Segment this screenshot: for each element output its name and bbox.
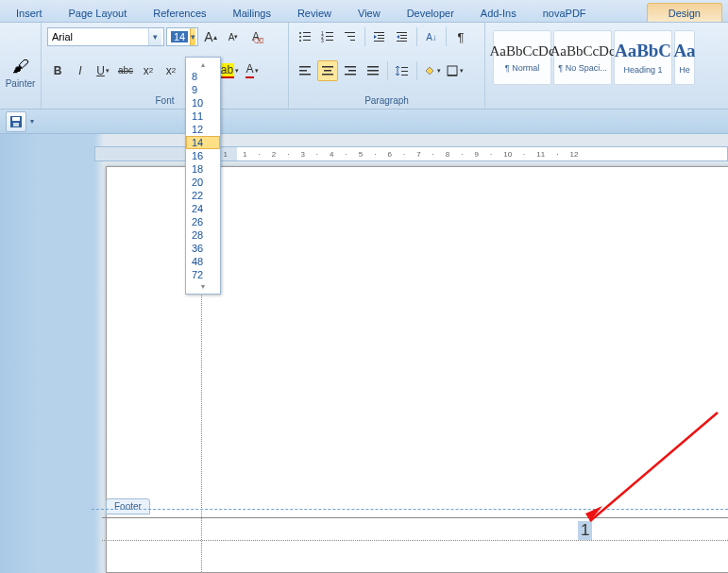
- font-size-option-14[interactable]: 14: [186, 136, 220, 149]
- svg-rect-16: [378, 35, 384, 36]
- tab-mailings[interactable]: Mailings: [223, 3, 281, 22]
- clear-formatting-button[interactable]: A⌫: [245, 26, 266, 47]
- style-normal[interactable]: AaBbCcDc ¶ Normal: [493, 30, 551, 85]
- svg-rect-21: [400, 38, 407, 39]
- font-size-option-22[interactable]: 22: [186, 189, 220, 202]
- clipboard-group-label: [6, 93, 35, 109]
- bold-button[interactable]: B: [47, 60, 68, 81]
- tab-references[interactable]: References: [143, 3, 216, 22]
- font-size-option-72[interactable]: 72: [186, 268, 220, 281]
- tab-review[interactable]: Review: [287, 3, 342, 22]
- tab-design[interactable]: Design: [647, 3, 722, 22]
- line-spacing-button[interactable]: [392, 60, 413, 81]
- font-name-value: Arial: [52, 31, 73, 42]
- tab-view[interactable]: View: [347, 3, 391, 22]
- svg-rect-35: [401, 67, 408, 68]
- svg-rect-25: [299, 74, 311, 76]
- tab-novapdf[interactable]: novaPDF: [533, 3, 597, 22]
- footer-section-tab[interactable]: Footer: [106, 498, 150, 514]
- multilevel-list-button[interactable]: [340, 26, 361, 47]
- scroll-up-icon[interactable]: ▴: [186, 59, 220, 70]
- font-size-option-9[interactable]: 9: [186, 83, 220, 96]
- font-size-option-26[interactable]: 26: [186, 215, 220, 228]
- font-size-option-8[interactable]: 8: [186, 70, 220, 83]
- grow-font-button[interactable]: A▴: [200, 26, 221, 47]
- align-left-button[interactable]: [295, 60, 315, 81]
- svg-rect-9: [326, 36, 333, 37]
- page-number-field[interactable]: 1: [578, 521, 592, 540]
- font-size-option-18[interactable]: 18: [186, 162, 220, 176]
- align-center-button[interactable]: [317, 60, 338, 81]
- font-size-option-28[interactable]: 28: [186, 228, 220, 242]
- svg-rect-27: [324, 70, 331, 72]
- font-size-option-48[interactable]: 48: [186, 255, 220, 268]
- svg-rect-3: [303, 36, 311, 37]
- style-heading-2[interactable]: Aa He: [674, 30, 695, 85]
- svg-rect-29: [345, 66, 356, 68]
- decrease-indent-button[interactable]: [369, 26, 390, 47]
- font-size-combo[interactable]: 14 ▾: [166, 27, 198, 46]
- svg-rect-34: [367, 74, 379, 76]
- justify-button[interactable]: [363, 60, 383, 81]
- svg-rect-1: [303, 32, 311, 33]
- svg-rect-17: [378, 38, 384, 39]
- tab-add-ins[interactable]: Add-Ins: [470, 3, 527, 22]
- svg-rect-24: [299, 70, 307, 72]
- font-size-option-11[interactable]: 11: [186, 110, 220, 123]
- styles-gallery[interactable]: AaBbCcDc ¶ Normal AaBbCcDc ¶ No Spaci...…: [491, 26, 722, 85]
- footer-boundary: [92, 509, 728, 510]
- svg-rect-38: [448, 66, 457, 76]
- underline-button[interactable]: U▾: [93, 60, 113, 81]
- tab-insert[interactable]: Insert: [6, 3, 53, 22]
- font-size-dropdown[interactable]: ▴ 891011121416182022242628364872 ▾: [185, 57, 221, 295]
- svg-rect-13: [347, 36, 355, 37]
- italic-button[interactable]: I: [70, 60, 91, 81]
- superscript-button[interactable]: x2: [161, 60, 181, 81]
- scroll-down-icon[interactable]: ▾: [186, 281, 220, 292]
- svg-rect-5: [303, 40, 311, 41]
- tab-page-layout[interactable]: Page Layout: [59, 3, 138, 22]
- svg-rect-20: [400, 35, 407, 36]
- font-size-option-36[interactable]: 36: [186, 242, 220, 255]
- paragraph-group-label: Paragraph: [295, 93, 479, 109]
- svg-rect-26: [322, 66, 333, 68]
- font-color-button[interactable]: A▾: [242, 60, 262, 81]
- tab-developer[interactable]: Developer: [397, 3, 465, 22]
- strikethrough-button[interactable]: abc: [115, 60, 136, 81]
- font-size-option-12[interactable]: 12: [186, 123, 220, 136]
- save-button[interactable]: [6, 111, 26, 132]
- svg-rect-14: [350, 40, 355, 41]
- chevron-down-icon[interactable]: ▾: [148, 28, 161, 45]
- svg-rect-36: [401, 71, 408, 72]
- numbering-button[interactable]: 123: [317, 26, 338, 47]
- svg-rect-32: [367, 66, 379, 68]
- svg-point-2: [299, 36, 301, 38]
- svg-rect-15: [374, 32, 384, 33]
- svg-rect-12: [345, 32, 355, 33]
- font-name-combo[interactable]: Arial ▾: [47, 27, 164, 46]
- subscript-button[interactable]: x2: [138, 60, 159, 81]
- font-size-option-20[interactable]: 20: [186, 176, 220, 189]
- font-size-option-24[interactable]: 24: [186, 202, 220, 215]
- increase-indent-button[interactable]: [392, 26, 413, 47]
- svg-point-0: [299, 32, 301, 34]
- shading-button[interactable]: ▾: [421, 60, 442, 81]
- font-size-option-16[interactable]: 16: [186, 149, 220, 162]
- sort-button[interactable]: A↓: [421, 26, 442, 47]
- borders-button[interactable]: ▾: [444, 60, 465, 81]
- show-hide-button[interactable]: ¶: [450, 26, 471, 47]
- svg-rect-18: [374, 41, 384, 42]
- style-heading-1[interactable]: AaBbC Heading 1: [614, 30, 672, 85]
- chevron-down-icon[interactable]: ▾: [190, 28, 195, 45]
- chevron-down-icon[interactable]: ▾: [30, 117, 34, 126]
- svg-rect-7: [326, 32, 333, 33]
- bullets-button[interactable]: [295, 26, 315, 47]
- style-no-spacing[interactable]: AaBbCcDc ¶ No Spaci...: [553, 30, 612, 85]
- shrink-font-button[interactable]: A▾: [223, 26, 244, 47]
- highlight-button[interactable]: ab▾: [219, 60, 240, 81]
- align-right-button[interactable]: [340, 60, 361, 81]
- format-painter-icon[interactable]: 🖌: [12, 57, 29, 76]
- quick-access-toolbar: ▾: [0, 110, 728, 134]
- font-size-option-10[interactable]: 10: [186, 96, 220, 110]
- ribbon: 🖌 Painter Arial ▾ 14 ▾ A▴ A▾ A⌫ B I U▾ a…: [0, 23, 728, 110]
